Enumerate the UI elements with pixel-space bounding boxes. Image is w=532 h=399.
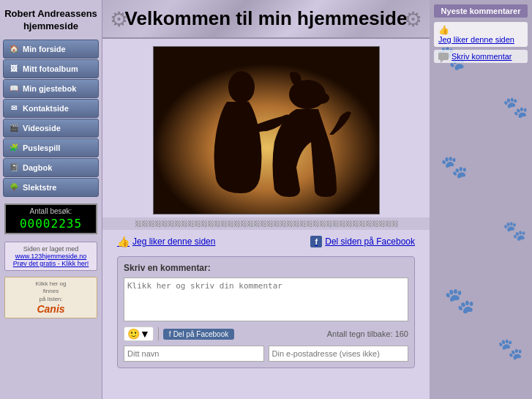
paw-icon-5: 🐾 [444,286,475,315]
sidebar-item-label-dagbok: Dagbok [23,163,52,172]
like-button[interactable]: 👍 Jeg liker denne siden [117,236,215,247]
paw-icon-3: 🐾 [441,154,468,179]
email-input[interactable] [269,346,409,362]
puslespill-icon: 🧩 [8,142,20,154]
badge-text: Siden er laget med [23,245,79,253]
photo-svg [154,47,380,215]
comment-fields-row [124,346,408,362]
sidebar-item-kontaktside[interactable]: ✉Kontaktside [3,99,99,118]
comment-item-like: 👍 Jeg liker denne siden [434,22,528,47]
paw-icon-6: 🐾 [498,337,523,361]
share-label: Del siden på Facebook [325,236,415,247]
sidebar-item-gjestebok[interactable]: 📖Min gjestebok [3,79,99,98]
write-comment-link[interactable]: Skriv kommentar [452,52,512,61]
paw-icon-4: 🐾 [503,220,526,242]
sidebar-item-label-fotoalbum: Mitt fotoalbum [23,64,78,73]
main-photo [153,46,380,215]
comment-toolbar: 🙂▼ f Del på Facebook Antall tegn tilbake… [124,327,408,341]
sidebar-item-fotoalbum[interactable]: 🖼Mitt fotoalbum [3,59,99,78]
dagbok-icon: 📓 [8,162,20,174]
canis-subtext: Klikk her og finnes på listen: [10,280,92,303]
slektstre-icon: 🌳 [8,182,20,193]
page-title: Velkommen til min hjemmeside [125,7,408,29]
sidebar-item-label-puslespill: Puslespill [23,143,60,152]
thumbs-up-icon: 👍 [117,236,130,247]
comment-section: Skriv en kommentar: 🙂▼ f Del på Facebook… [117,256,415,368]
sidebar-item-slektstre[interactable]: 🌳Slektstre [3,178,99,197]
fb-like-icon: f [169,330,171,338]
canis-brand: Canis [10,303,92,315]
main-content: Velkommen til min hjemmeside [102,0,430,399]
sidebar-title: Robert Andreassens hjemmeside [0,4,102,39]
sidebar-item-puslespill[interactable]: 🧩Puslespill [3,138,99,157]
sidebar-item-forside[interactable]: 🏠Min forside [3,40,99,59]
comment-like-link[interactable]: Jeg liker denne siden [438,35,523,44]
page-header: Velkommen til min hjemmeside [102,0,430,39]
sidebar: Robert Andreassens hjemmeside 🏠Min forsi… [0,0,102,399]
name-input[interactable] [124,346,264,362]
nav-items-container: 🏠Min forside🖼Mitt fotoalbum📖Min gjestebo… [0,39,102,198]
emoji-button[interactable]: 🙂▼ [124,327,154,341]
sidebar-item-label-kontaktside: Kontaktside [23,104,69,113]
fb-like-button[interactable]: f Del på Facebook [163,329,234,340]
fb-like-label: Del på Facebook [173,330,229,338]
sidebar-item-dagbok[interactable]: 📓Dagbok [3,158,99,177]
sidebar-item-label-forside: Min forside [23,45,66,53]
toolbar-divider [158,327,159,340]
comment-textarea[interactable] [124,277,408,321]
comment-section-label: Skriv en kommentar: [124,263,408,273]
canis-banner[interactable]: Klikk her og finnes på listen: Canis [4,277,97,318]
site-badge: Siden er laget med www.123hjemmeside.no … [4,242,97,271]
counter-label: Antall besøk: [9,207,93,215]
sidebar-item-label-gjestebok: Min gjestebok [23,84,76,93]
facebook-icon: f [310,236,322,247]
like-label: Jeg liker denne siden [132,236,215,247]
sidebar-item-label-slektstre: Slektstre [23,183,56,192]
chain-bar: ⛓⛓⛓⛓⛓⛓⛓⛓⛓⛓⛓⛓⛓⛓⛓⛓⛓⛓⛓⛓⛓⛓⛓⛓⛓⛓⛓⛓⛓⛓⛓⛓⛓⛓⛓⛓⛓⛓⛓⛓ [102,217,430,230]
paw-icon-2: 🐾 [503,95,528,119]
write-comment-item[interactable]: Skriv kommentar [434,50,528,63]
badge-link2[interactable]: Prøv det gratis - Klikk her! [13,260,89,267]
visit-counter: Antall besøk: 00002235 [4,204,97,234]
action-row: 👍 Jeg liker denne siden f Del siden på F… [102,230,430,253]
char-count: Antall tegn tilbake: 160 [327,329,408,338]
videoside-icon: 🎬 [8,122,20,134]
kontaktside-icon: ✉ [8,102,20,114]
sidebar-item-label-videoside: Videoside [23,124,61,133]
gjestebok-icon: 📖 [8,83,20,94]
svg-point-1 [228,71,255,103]
forside-icon: 🏠 [8,43,20,55]
sidebar-item-videoside[interactable]: 🎬Videoside [3,119,99,138]
comment-bubble-icon [438,53,449,60]
counter-value: 00002235 [9,217,93,231]
photo-container [102,39,430,217]
right-panel: 🐾 🐾 🐾 🐾 🐾 🐾 Nyeste kommentarer 👍 Jeg lik… [430,0,532,399]
fotoalbum-icon: 🖼 [8,63,20,75]
svg-point-3 [312,92,329,104]
right-panel-title: Nyeste kommentarer [434,4,528,18]
facebook-share-button[interactable]: f Del siden på Facebook [310,236,415,247]
badge-link[interactable]: www.123hjemmeside.no [15,253,87,260]
thumbs-icon: 👍 [438,25,449,35]
